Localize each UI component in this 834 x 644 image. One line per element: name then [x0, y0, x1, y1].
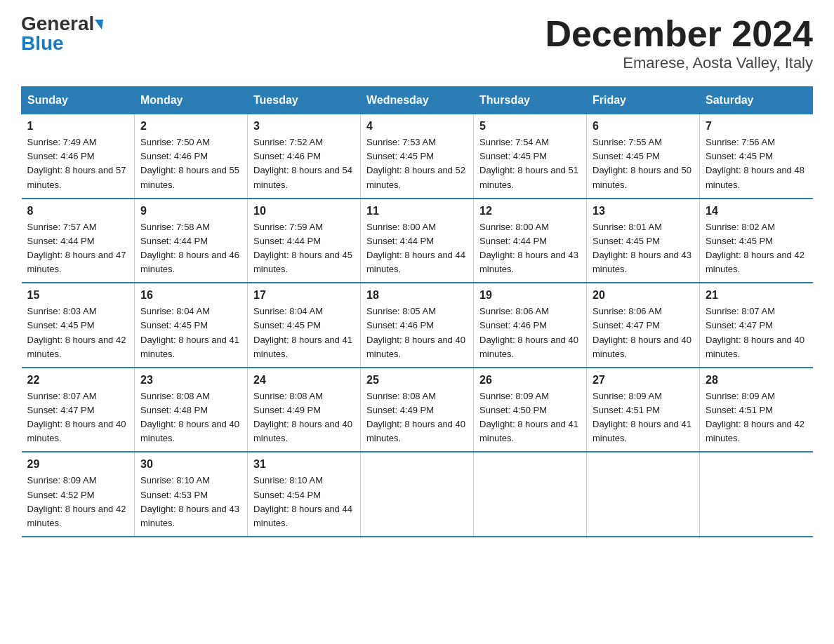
calendar-day-cell: 10Sunrise: 7:59 AMSunset: 4:44 PMDayligh… [248, 199, 361, 283]
day-number: 25 [366, 374, 468, 387]
day-number: 27 [593, 374, 694, 387]
day-number: 23 [140, 374, 241, 387]
day-info: Sunrise: 8:06 AMSunset: 4:46 PMDaylight:… [479, 306, 578, 358]
day-info: Sunrise: 8:08 AMSunset: 4:49 PMDaylight:… [253, 391, 352, 443]
calendar-day-cell: 3Sunrise: 7:52 AMSunset: 4:46 PMDaylight… [248, 114, 361, 199]
day-info: Sunrise: 7:49 AMSunset: 4:46 PMDaylight:… [27, 137, 126, 189]
calendar-day-cell [474, 452, 587, 537]
title-block: December 2024 Emarese, Aosta Valley, Ita… [545, 14, 813, 72]
calendar-day-cell: 11Sunrise: 8:00 AMSunset: 4:44 PMDayligh… [361, 199, 474, 283]
calendar-day-cell: 22Sunrise: 8:07 AMSunset: 4:47 PMDayligh… [22, 368, 135, 452]
day-info: Sunrise: 8:09 AMSunset: 4:52 PMDaylight:… [27, 475, 126, 528]
day-number: 3 [253, 120, 355, 133]
calendar-header-cell: Tuesday [248, 87, 361, 114]
calendar-day-cell: 5Sunrise: 7:54 AMSunset: 4:45 PMDaylight… [474, 114, 587, 199]
day-info: Sunrise: 8:09 AMSunset: 4:51 PMDaylight:… [593, 391, 691, 443]
day-number: 11 [366, 205, 468, 217]
calendar-day-cell: 1Sunrise: 7:49 AMSunset: 4:46 PMDaylight… [22, 114, 135, 199]
logo: General Blue [21, 14, 103, 53]
calendar-day-cell [587, 452, 700, 537]
day-info: Sunrise: 8:02 AMSunset: 4:45 PMDaylight:… [706, 222, 805, 274]
day-number: 13 [593, 205, 694, 217]
calendar-header-cell: Monday [135, 87, 248, 114]
day-number: 5 [479, 120, 581, 133]
day-info: Sunrise: 8:00 AMSunset: 4:44 PMDaylight:… [479, 222, 578, 274]
calendar-day-cell: 27Sunrise: 8:09 AMSunset: 4:51 PMDayligh… [587, 368, 700, 452]
day-info: Sunrise: 8:07 AMSunset: 4:47 PMDaylight:… [27, 391, 126, 443]
day-number: 14 [706, 205, 807, 217]
day-number: 22 [27, 374, 129, 387]
calendar-day-cell: 16Sunrise: 8:04 AMSunset: 4:45 PMDayligh… [135, 283, 248, 368]
page-header: General Blue December 2024 Emarese, Aost… [21, 14, 813, 72]
calendar-day-cell: 18Sunrise: 8:05 AMSunset: 4:46 PMDayligh… [361, 283, 474, 368]
page-subtitle: Emarese, Aosta Valley, Italy [545, 54, 813, 72]
calendar-day-cell: 25Sunrise: 8:08 AMSunset: 4:49 PMDayligh… [361, 368, 474, 452]
day-info: Sunrise: 8:01 AMSunset: 4:45 PMDaylight:… [593, 222, 691, 274]
day-info: Sunrise: 8:07 AMSunset: 4:47 PMDaylight:… [706, 306, 805, 358]
calendar-header-row: SundayMondayTuesdayWednesdayThursdayFrid… [22, 87, 813, 114]
day-number: 20 [593, 289, 694, 302]
day-info: Sunrise: 7:54 AMSunset: 4:45 PMDaylight:… [479, 137, 578, 189]
day-info: Sunrise: 8:10 AMSunset: 4:53 PMDaylight:… [140, 475, 239, 528]
calendar-day-cell: 2Sunrise: 7:50 AMSunset: 4:46 PMDaylight… [135, 114, 248, 199]
day-number: 19 [479, 289, 581, 302]
day-number: 29 [27, 458, 129, 471]
calendar-header-cell: Sunday [22, 87, 135, 114]
calendar-day-cell: 31Sunrise: 8:10 AMSunset: 4:54 PMDayligh… [248, 452, 361, 537]
calendar-week-row: 22Sunrise: 8:07 AMSunset: 4:47 PMDayligh… [22, 368, 813, 452]
day-info: Sunrise: 8:04 AMSunset: 4:45 PMDaylight:… [140, 306, 239, 358]
day-info: Sunrise: 8:03 AMSunset: 4:45 PMDaylight:… [27, 306, 126, 358]
calendar-day-cell [361, 452, 474, 537]
day-number: 12 [479, 205, 581, 217]
day-info: Sunrise: 7:50 AMSunset: 4:46 PMDaylight:… [140, 137, 239, 189]
day-info: Sunrise: 8:09 AMSunset: 4:50 PMDaylight:… [479, 391, 578, 443]
day-number: 9 [140, 205, 241, 217]
calendar-day-cell: 15Sunrise: 8:03 AMSunset: 4:45 PMDayligh… [22, 283, 135, 368]
day-number: 15 [27, 289, 129, 302]
calendar-day-cell: 19Sunrise: 8:06 AMSunset: 4:46 PMDayligh… [474, 283, 587, 368]
day-info: Sunrise: 8:08 AMSunset: 4:49 PMDaylight:… [366, 391, 465, 443]
calendar-day-cell: 4Sunrise: 7:53 AMSunset: 4:45 PMDaylight… [361, 114, 474, 199]
day-info: Sunrise: 8:05 AMSunset: 4:46 PMDaylight:… [366, 306, 465, 358]
calendar-table: SundayMondayTuesdayWednesdayThursdayFrid… [21, 86, 813, 537]
day-number: 31 [253, 458, 355, 471]
calendar-header-cell: Wednesday [361, 87, 474, 114]
calendar-day-cell: 9Sunrise: 7:58 AMSunset: 4:44 PMDaylight… [135, 199, 248, 283]
day-info: Sunrise: 7:56 AMSunset: 4:45 PMDaylight:… [706, 137, 805, 189]
day-number: 10 [253, 205, 355, 217]
calendar-day-cell: 24Sunrise: 8:08 AMSunset: 4:49 PMDayligh… [248, 368, 361, 452]
day-info: Sunrise: 7:58 AMSunset: 4:44 PMDaylight:… [140, 222, 239, 274]
day-info: Sunrise: 8:04 AMSunset: 4:45 PMDaylight:… [253, 306, 352, 358]
day-number: 24 [253, 374, 355, 387]
day-number: 30 [140, 458, 241, 471]
day-number: 4 [366, 120, 468, 133]
calendar-header-cell: Saturday [700, 87, 813, 114]
day-info: Sunrise: 8:10 AMSunset: 4:54 PMDaylight:… [253, 475, 352, 528]
day-info: Sunrise: 8:00 AMSunset: 4:44 PMDaylight:… [366, 222, 465, 274]
calendar-day-cell: 20Sunrise: 8:06 AMSunset: 4:47 PMDayligh… [587, 283, 700, 368]
calendar-header-cell: Friday [587, 87, 700, 114]
calendar-day-cell: 28Sunrise: 8:09 AMSunset: 4:51 PMDayligh… [700, 368, 813, 452]
calendar-week-row: 8Sunrise: 7:57 AMSunset: 4:44 PMDaylight… [22, 199, 813, 283]
calendar-day-cell: 29Sunrise: 8:09 AMSunset: 4:52 PMDayligh… [22, 452, 135, 537]
day-info: Sunrise: 8:09 AMSunset: 4:51 PMDaylight:… [706, 391, 805, 443]
calendar-header-cell: Thursday [474, 87, 587, 114]
calendar-day-cell: 13Sunrise: 8:01 AMSunset: 4:45 PMDayligh… [587, 199, 700, 283]
day-number: 18 [366, 289, 468, 302]
day-info: Sunrise: 7:55 AMSunset: 4:45 PMDaylight:… [593, 137, 691, 189]
calendar-week-row: 15Sunrise: 8:03 AMSunset: 4:45 PMDayligh… [22, 283, 813, 368]
day-info: Sunrise: 7:57 AMSunset: 4:44 PMDaylight:… [27, 222, 126, 274]
day-info: Sunrise: 7:52 AMSunset: 4:46 PMDaylight:… [253, 137, 352, 189]
day-number: 28 [706, 374, 807, 387]
calendar-day-cell: 23Sunrise: 8:08 AMSunset: 4:48 PMDayligh… [135, 368, 248, 452]
calendar-day-cell [700, 452, 813, 537]
logo-bottom: Blue [21, 34, 64, 53]
calendar-day-cell: 7Sunrise: 7:56 AMSunset: 4:45 PMDaylight… [700, 114, 813, 199]
day-number: 26 [479, 374, 581, 387]
calendar-day-cell: 17Sunrise: 8:04 AMSunset: 4:45 PMDayligh… [248, 283, 361, 368]
day-number: 2 [140, 120, 241, 133]
day-info: Sunrise: 7:53 AMSunset: 4:45 PMDaylight:… [366, 137, 465, 189]
day-number: 1 [27, 120, 129, 133]
day-number: 16 [140, 289, 241, 302]
day-number: 8 [27, 205, 129, 217]
